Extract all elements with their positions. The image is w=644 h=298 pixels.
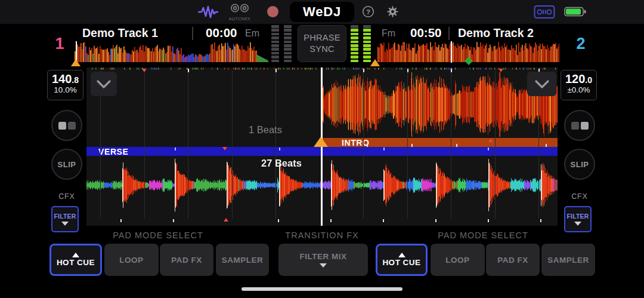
meter-segment — [271, 56, 279, 59]
deck-1-slip-button[interactable]: SLIP — [51, 149, 82, 180]
controller-icon[interactable] — [534, 5, 555, 21]
deck-1-collapse-chevron-button[interactable] — [91, 72, 117, 96]
phrase-bar-intro: INTRO — [322, 138, 558, 147]
meter-column — [363, 25, 371, 62]
deck-2-pad-page-button[interactable] — [564, 110, 595, 141]
meter-column — [351, 25, 358, 62]
meter-segment — [271, 29, 279, 32]
phrase-sync-button[interactable]: PHRASE SYNC — [298, 25, 346, 62]
deck-2-filter-button[interactable]: FILTER — [564, 206, 592, 232]
deck-2-collapse-chevron-button[interactable] — [527, 72, 556, 96]
deck-1-key: Em — [245, 28, 259, 39]
page-indicator-active — [58, 122, 66, 130]
beat-tick — [330, 219, 332, 222]
deck-2-pad-mode-select-label: PAD MODE SELECT — [438, 231, 528, 240]
beat-gridline — [451, 70, 451, 219]
phrase-tick — [279, 148, 280, 150]
beat-tick — [383, 219, 384, 222]
beat-tick — [363, 69, 364, 72]
deck-1-bpm-display[interactable]: 140.8 10.0% — [47, 70, 83, 100]
meter-segment — [351, 56, 358, 59]
deck-2-time: 00:50 — [410, 26, 441, 40]
deck-1-pad-mode-pad-fx[interactable]: PAD FX — [160, 244, 213, 276]
beat-gridline — [495, 70, 496, 219]
deck-2-cfx-label: CFX — [564, 192, 595, 201]
deck-1-pad-page-button[interactable] — [51, 110, 82, 141]
meter-segment — [271, 25, 279, 28]
slip-label: SLIP — [571, 160, 589, 169]
pad-mode-label: HOT CUE — [382, 258, 420, 267]
beat-tick — [188, 69, 189, 72]
meter-segment — [284, 29, 292, 32]
phrase-verse-label: VERSE — [98, 147, 128, 156]
meter-segment — [363, 52, 371, 55]
divider — [448, 27, 450, 40]
cue-marker — [499, 69, 503, 72]
filter-label: FILTER — [54, 213, 76, 220]
battery-icon — [564, 6, 587, 20]
deck-1-cfx-label: CFX — [51, 192, 82, 201]
top-bar: AUTOMIX WeDJ ? — [0, 0, 644, 24]
meter-segment — [284, 36, 292, 39]
beat-tick — [451, 69, 452, 72]
triangle-up-icon — [398, 253, 405, 257]
divider — [192, 27, 193, 40]
meter-segment — [351, 29, 358, 32]
deck-2-slip-button[interactable]: SLIP — [564, 149, 595, 180]
meter-segment — [363, 29, 371, 32]
beat-tick — [275, 69, 277, 72]
pad-mode-label: LOOP — [119, 256, 143, 265]
main-waveform-panel[interactable]: 1 Beats 27 Beats INTRO VERSE — [86, 67, 558, 226]
meter-segment — [363, 41, 371, 44]
deck-1-pad-mode-hot-cue[interactable]: HOT CUE — [49, 244, 102, 276]
chevron-down-icon — [320, 263, 327, 268]
meter-segment — [271, 41, 279, 44]
automix-button[interactable]: AUTOMIX — [227, 3, 253, 21]
deck-1-bpm-frac: .8 — [72, 75, 79, 85]
beat-gridline — [275, 70, 276, 219]
app-title: WeDJ — [303, 4, 341, 20]
transition-fx-selector[interactable]: FILTER MIX — [278, 244, 368, 276]
pad-mode-label: SAMPLER — [547, 256, 589, 265]
deck-2-pad-mode-hot-cue[interactable]: HOT CUE — [376, 244, 428, 276]
deck-2-pad-mode-pad-fx[interactable]: PAD FX — [486, 244, 540, 276]
deck-2-pad-mode-loop[interactable]: LOOP — [431, 244, 485, 276]
app-title-pill: WeDJ — [290, 2, 354, 22]
beat-tick — [407, 69, 408, 72]
deck-1-overview-waveform[interactable] — [75, 42, 268, 62]
home-indicator[interactable] — [242, 287, 402, 291]
deck-1-pad-mode-loop[interactable]: LOOP — [104, 244, 159, 276]
record-button[interactable] — [267, 6, 278, 17]
cue-marker — [488, 139, 493, 142]
deck-2-bpm-display[interactable]: 120.0 ±0.0% — [561, 70, 597, 100]
phrase-start-marker — [314, 137, 328, 147]
deck-1-pad-mode-sampler[interactable]: SAMPLER — [216, 244, 269, 276]
deck-2-bpm: 120 — [565, 72, 585, 85]
deck-2-number: 2 — [573, 35, 589, 53]
deck-2-pad-mode-sampler[interactable]: SAMPLER — [541, 244, 595, 276]
phrase-tick — [546, 144, 547, 147]
chevron-down-icon — [61, 222, 69, 226]
pad-mode-label: LOOP — [445, 256, 469, 265]
meter-segment — [284, 41, 292, 44]
deck-1-filter-button[interactable]: FILTER — [51, 206, 79, 232]
meter-segment — [363, 56, 371, 59]
deck-2-waveform-canvas[interactable] — [323, 72, 558, 138]
page-indicator-active — [581, 122, 589, 130]
meter-segment — [284, 52, 292, 55]
waveform-view-icon[interactable] — [198, 5, 218, 21]
gear-icon[interactable] — [386, 5, 399, 20]
help-icon[interactable]: ? — [362, 5, 374, 20]
phrase-tick — [175, 148, 176, 150]
deck-1-track-title[interactable]: Demo Track 1 — [82, 26, 158, 40]
meter-segment — [351, 48, 358, 51]
meter-segment — [284, 33, 292, 36]
meter-segment — [363, 25, 371, 28]
beat-gridline — [144, 70, 145, 219]
meter-segment — [284, 60, 292, 63]
deck-2-track-start-marker — [370, 59, 380, 66]
deck-2-track-title[interactable]: Demo Track 2 — [458, 26, 534, 40]
beat-tick — [540, 219, 541, 222]
transition-fx-value: FILTER MIX — [300, 252, 347, 261]
meter-segment — [363, 48, 371, 51]
